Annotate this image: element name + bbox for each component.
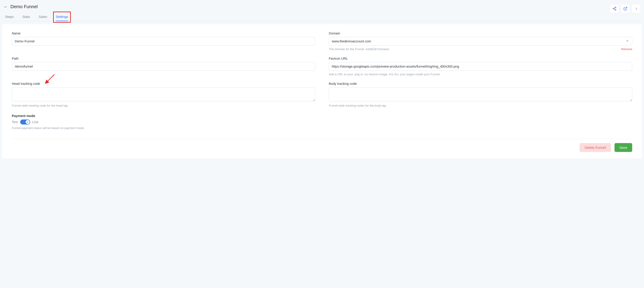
path-input[interactable] [12, 62, 315, 71]
favicon-label: Favicon URL [329, 57, 632, 60]
external-link-icon [623, 6, 628, 11]
share-icon [612, 6, 616, 11]
favicon-input[interactable] [329, 62, 632, 71]
body-tracking-label: Body tracking code [329, 82, 632, 85]
name-field: Name [12, 31, 315, 51]
domain-helper-text: The Domain for the Funnel -Add/Edit Doma… [329, 47, 390, 51]
back-arrow-icon[interactable]: ← [4, 5, 8, 9]
payment-helper-text: Funnel payment status will be based on p… [12, 126, 315, 130]
settings-card: Name Domain The Domain for the Funnel -A… [2, 24, 642, 158]
head-tracking-field: Head tracking code Funnel wide tracking … [12, 82, 315, 107]
payment-mode-label: Payment mode [12, 114, 315, 118]
head-tracking-label: Head tracking code [12, 82, 315, 85]
share-button[interactable] [610, 4, 619, 13]
name-label: Name [12, 31, 315, 35]
domain-select[interactable] [329, 37, 632, 45]
page-header: ← Demo Funnel Steps Stats Sales Settings [0, 0, 644, 21]
tab-steps[interactable]: Steps [4, 13, 14, 21]
delete-funnel-button[interactable]: Delete Funnel [580, 143, 611, 152]
path-field: Path [12, 57, 315, 76]
check-icon [26, 120, 30, 124]
payment-live-label: Live [32, 120, 38, 124]
body-tracking-textarea[interactable] [329, 87, 632, 101]
footer-actions: Delete Funnel Save [12, 139, 632, 152]
payment-mode-toggle[interactable] [20, 119, 30, 124]
form-grid: Name Domain The Domain for the Funnel -A… [12, 31, 632, 130]
domain-remove-link[interactable]: Remove [621, 47, 632, 51]
open-external-button[interactable] [621, 4, 630, 13]
save-button[interactable]: Save [614, 143, 632, 152]
body-tracking-helper-text: Funnel wide tracking codes for the body … [329, 104, 632, 107]
path-label: Path [12, 57, 315, 60]
tab-settings[interactable]: Settings [55, 13, 69, 21]
svg-line-3 [614, 9, 615, 9]
payment-mode-field: Payment mode Test Live Funnel payment st… [12, 114, 315, 130]
name-input[interactable] [12, 37, 315, 45]
info-icon [634, 6, 638, 11]
domain-field: Domain The Domain for the Funnel -Add/Ed… [329, 31, 632, 51]
svg-line-4 [614, 8, 615, 8]
info-button[interactable] [632, 4, 641, 13]
favicon-helper-text: Add a URL to your .png or .ico favicon i… [329, 73, 632, 76]
title-row: ← Demo Funnel [4, 4, 640, 9]
body-tracking-field: Body tracking code Funnel wide tracking … [329, 82, 632, 107]
head-tracking-textarea[interactable] [12, 87, 315, 101]
page-title: Demo Funnel [10, 4, 38, 9]
svg-line-5 [625, 7, 627, 9]
favicon-field: Favicon URL Add a URL to your .png or .i… [329, 57, 632, 76]
svg-point-7 [636, 7, 636, 8]
tab-sales[interactable]: Sales [38, 13, 48, 21]
head-tracking-helper-text: Funnel wide tracking code for the head t… [12, 104, 315, 107]
payment-test-label: Test [12, 120, 18, 124]
header-actions [610, 4, 641, 13]
tabs: Steps Stats Sales Settings [4, 13, 640, 21]
domain-label: Domain [329, 31, 632, 35]
tab-stats[interactable]: Stats [21, 13, 31, 21]
